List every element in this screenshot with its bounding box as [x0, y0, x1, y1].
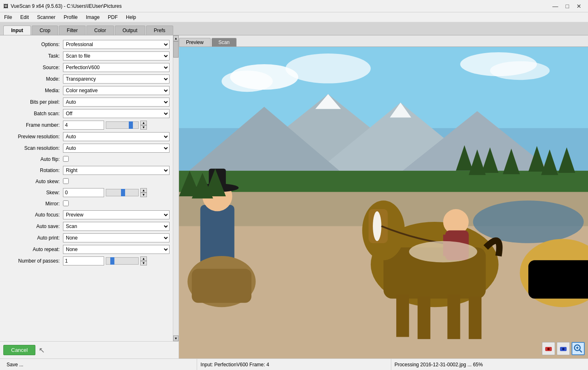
auto-print-row: Auto print: None Always — [0, 232, 173, 244]
preview-res-select[interactable]: Auto — [63, 132, 170, 141]
app-icon: 🖼 — [3, 3, 8, 9]
auto-skew-checkbox[interactable] — [63, 178, 69, 184]
menu-profile[interactable]: Profile — [60, 12, 82, 22]
rotation-control: Right Left None 180 — [63, 166, 170, 175]
tabbar: Input Crop Filter Color Output Prefs — [0, 22, 588, 35]
media-select[interactable]: Color negative Positive — [63, 86, 170, 95]
batch-control: Off On — [63, 109, 170, 118]
auto-save-control: Scan None — [63, 222, 170, 231]
auto-focus-control: Preview None Scan — [63, 210, 170, 219]
skew-label: Skew: — [3, 190, 63, 195]
auto-focus-select[interactable]: Preview None Scan — [63, 210, 170, 219]
source-select[interactable]: PerfectionV600 — [63, 63, 170, 72]
menu-file[interactable]: File — [0, 12, 16, 22]
skew-input[interactable] — [63, 188, 104, 197]
menu-edit[interactable]: Edit — [16, 12, 33, 22]
menu-image[interactable]: Image — [82, 12, 104, 22]
skew-spin-down[interactable]: ▼ — [140, 193, 147, 197]
passes-slider-thumb[interactable] — [110, 257, 114, 265]
rotation-select[interactable]: Right Left None 180 — [63, 166, 170, 175]
options-label: Options: — [3, 42, 63, 47]
source-row: Source: PerfectionV600 — [0, 62, 173, 73]
rotation-row: Rotation: Right Left None 180 — [0, 165, 173, 176]
auto-repeat-select[interactable]: None Always — [63, 245, 170, 254]
status-input: Input: PerfectionV600 Frame: 4 — [200, 362, 269, 368]
frame-spin-up[interactable]: ▲ — [140, 121, 147, 125]
mirror-control — [63, 200, 170, 207]
close-button[interactable]: ✕ — [573, 2, 585, 10]
red-eye-tool-icon[interactable] — [542, 342, 555, 355]
svg-rect-29 — [396, 294, 409, 337]
frame-slider-thumb[interactable] — [129, 121, 133, 129]
tab-color[interactable]: Color — [86, 26, 114, 35]
preview-image — [179, 47, 588, 358]
batch-row: Batch scan: Off On — [0, 108, 173, 119]
zoom-in-icon[interactable] — [572, 342, 585, 355]
scroll-thumb[interactable] — [173, 41, 179, 58]
right-container: Preview Scan — [179, 35, 588, 358]
bottom-bar: Cancel ↖ — [0, 341, 179, 358]
frame-label: Frame number: — [3, 122, 63, 128]
menu-help[interactable]: Help — [122, 12, 140, 22]
tab-prefs[interactable]: Prefs — [146, 26, 173, 35]
preview-res-control: Auto — [63, 132, 170, 141]
batch-select[interactable]: Off On — [63, 109, 170, 118]
preview-tab-preview[interactable]: Preview — [179, 38, 211, 47]
auto-skew-row: Auto skew: — [0, 176, 173, 187]
status-left: Save ... — [3, 359, 197, 370]
menu-scanner[interactable]: Scanner — [33, 12, 60, 22]
passes-label: Number of passes: — [3, 258, 63, 264]
frame-spin-buttons: ▲ ▼ — [140, 121, 147, 130]
auto-repeat-row: Auto repeat: None Always — [0, 244, 173, 255]
skew-slider-track[interactable] — [106, 189, 139, 196]
options-select[interactable]: Professional Basic — [63, 40, 170, 49]
scroll-up-arrow[interactable]: ▲ — [173, 35, 179, 41]
tab-input[interactable]: Input — [3, 26, 31, 35]
titlebar-controls: — □ ✕ — [549, 2, 585, 10]
options-row: Options: Professional Basic — [0, 39, 173, 50]
mode-select[interactable]: Transparency Reflective — [63, 74, 170, 84]
options-control: Professional Basic — [63, 40, 170, 49]
mirror-checkbox[interactable] — [63, 200, 69, 206]
passes-slider-track[interactable] — [106, 257, 139, 265]
rotation-label: Rotation: — [3, 168, 63, 173]
frame-spin-down[interactable]: ▼ — [140, 125, 147, 130]
cancel-button[interactable]: Cancel — [3, 345, 35, 355]
tab-crop[interactable]: Crop — [32, 26, 58, 35]
auto-save-select[interactable]: Scan None — [63, 222, 170, 231]
status-save: Save ... — [7, 362, 23, 368]
passes-input[interactable] — [63, 256, 104, 265]
frame-input[interactable] — [63, 121, 104, 130]
bits-select[interactable]: Auto 8 bit 16 bit — [63, 98, 170, 107]
preview-tab-scan[interactable]: Scan — [211, 38, 237, 47]
preview-toolbar — [542, 342, 585, 355]
skew-slider-thumb[interactable] — [121, 189, 125, 196]
passes-control: ▲ ▼ — [63, 256, 170, 265]
maximize-button[interactable]: □ — [562, 2, 572, 10]
auto-print-select[interactable]: None Always — [63, 233, 170, 242]
auto-repeat-label: Auto repeat: — [3, 247, 63, 252]
frame-slider-track[interactable] — [106, 121, 139, 129]
passes-spin-buttons: ▲ ▼ — [140, 256, 147, 265]
task-select[interactable]: Scan to file Scan to email — [63, 51, 170, 61]
preview-res-row: Preview resolution: Auto — [0, 131, 173, 142]
minimize-button[interactable]: — — [549, 2, 562, 10]
color-picker-icon[interactable] — [557, 342, 570, 355]
batch-label: Batch scan: — [3, 111, 63, 116]
frame-slider-group: ▲ ▼ — [63, 121, 170, 130]
scan-res-select[interactable]: Auto — [63, 144, 170, 153]
left-scrollbar[interactable]: ▲ ▼ — [173, 35, 179, 341]
menu-pdf[interactable]: PDF — [104, 12, 122, 22]
passes-spin-down[interactable]: ▼ — [140, 261, 147, 265]
auto-flip-checkbox[interactable] — [63, 156, 69, 162]
task-row: Task: Scan to file Scan to email — [0, 50, 173, 62]
titlebar-left: 🖼 VueScan 9 x64 (9.5.63) - C:\Users\IEUs… — [3, 3, 122, 9]
media-row: Media: Color negative Positive — [0, 85, 173, 96]
tab-output[interactable]: Output — [115, 26, 145, 35]
tab-filter[interactable]: Filter — [59, 26, 86, 35]
auto-flip-label: Auto flip: — [3, 156, 63, 162]
scroll-down-arrow[interactable]: ▼ — [173, 335, 179, 341]
passes-spin-up[interactable]: ▲ — [140, 256, 147, 261]
form-scroll[interactable]: Options: Professional Basic Task: Scan t… — [0, 35, 173, 341]
skew-spin-up[interactable]: ▲ — [140, 188, 147, 193]
